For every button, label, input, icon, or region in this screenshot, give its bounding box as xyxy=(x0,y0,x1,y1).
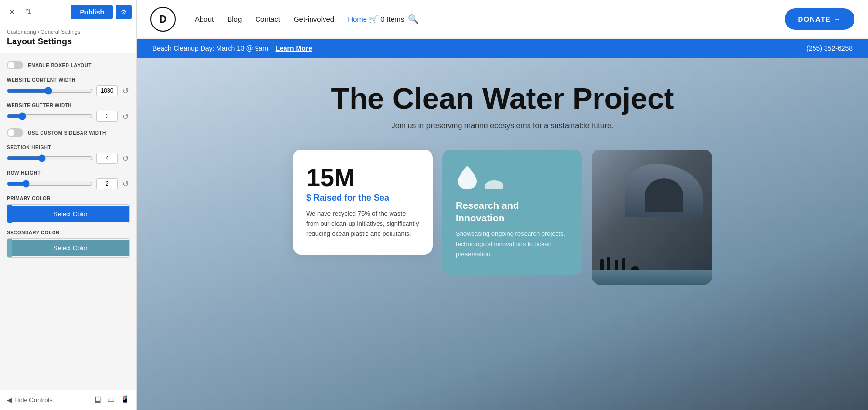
cart-count: 0 Items xyxy=(380,15,404,23)
nav-home[interactable]: Home xyxy=(348,15,367,23)
hero-subtitle: Join us in preserving marine ecosystems … xyxy=(392,122,614,130)
use-custom-sidebar-row: USE CUSTOM SIDEBAR WIDTH xyxy=(7,128,130,137)
website-content-width-label: WEBSITE CONTENT WIDTH xyxy=(7,77,130,82)
section-height-section: SECTION HEIGHT 4 ↺ xyxy=(7,145,130,164)
close-icon[interactable]: ✕ xyxy=(5,5,18,19)
nav-contact[interactable]: Contact xyxy=(255,15,280,23)
chevron-left-icon: ◀ xyxy=(7,396,12,404)
card-photo xyxy=(592,150,712,285)
secondary-color-select-button[interactable]: Select Color xyxy=(12,240,129,256)
breadcrumb: Customizing › General Settings xyxy=(7,29,130,35)
banner-phone: (255) 352-6258 xyxy=(806,44,853,52)
row-height-reset[interactable]: ↺ xyxy=(122,179,130,189)
section-height-value[interactable]: 4 xyxy=(96,153,118,164)
panel-title: Layout Settings xyxy=(7,35,130,51)
use-custom-sidebar-toggle[interactable] xyxy=(7,128,23,137)
site-nav: D About Blog Contact Get-involved Home 🛒… xyxy=(137,0,868,39)
card-number: 15M xyxy=(306,165,419,190)
top-bar: ✕ ⇅ Publish ⚙ xyxy=(0,0,136,24)
website-gutter-width-label: WEBSITE GUTTER WIDTH xyxy=(7,103,130,108)
breadcrumb-area: Customizing › General Settings Layout Se… xyxy=(0,24,136,53)
website-content-width-value[interactable]: 1080 xyxy=(96,85,118,96)
website-gutter-width-section: WEBSITE GUTTER WIDTH 3 ↺ xyxy=(7,103,130,122)
cards-row: 15M $ Raised for the Sea We have recycle… xyxy=(137,150,868,285)
device-icons: 🖥 ▭ 📱 xyxy=(93,395,130,405)
nav-cart[interactable]: 🛒 0 Items xyxy=(369,15,404,24)
website-content-width-row: 1080 ↺ xyxy=(7,85,130,96)
primary-color-label: PRIMARY COLOR xyxy=(7,196,130,201)
section-height-slider[interactable] xyxy=(7,154,93,162)
card-research: Research and Innovation Showcasing ongoi… xyxy=(442,150,582,274)
hero-title: The Clean Water Project xyxy=(331,82,674,115)
nav-blog[interactable]: Blog xyxy=(227,15,242,23)
website-content-width-reset[interactable]: ↺ xyxy=(122,86,130,96)
hide-controls-label: Hide Controls xyxy=(14,396,53,404)
publish-button[interactable]: Publish xyxy=(71,5,113,19)
mobile-icon[interactable]: 📱 xyxy=(121,395,130,405)
left-panel: ✕ ⇅ Publish ⚙ Customizing › General Sett… xyxy=(0,0,137,410)
row-height-row: 2 ↺ xyxy=(7,178,130,189)
primary-color-select-button[interactable]: Select Color xyxy=(12,206,129,222)
water-drop-icon xyxy=(456,165,569,194)
primary-color-section: PRIMARY COLOR Select Color xyxy=(7,196,130,223)
banner-text: Beach Cleanup Day: March 13 @ 9am – Lear… xyxy=(152,44,312,52)
secondary-color-swatch xyxy=(7,239,12,257)
card-desc: We have recycled 75% of the waste from o… xyxy=(306,209,419,239)
row-height-section: ROW HEIGHT 2 ↺ xyxy=(7,170,130,189)
nav-get-involved[interactable]: Get-involved xyxy=(294,15,334,23)
panel-content: ENABLE BOXED LAYOUT WEBSITE CONTENT WIDT… xyxy=(0,53,136,390)
cart-icon: 🛒 xyxy=(369,15,378,24)
site-hero: The Clean Water Project Join us in prese… xyxy=(137,58,868,410)
primary-color-swatch xyxy=(7,205,12,223)
enable-boxed-layout-row: ENABLE BOXED LAYOUT xyxy=(7,61,130,69)
website-gutter-width-reset[interactable]: ↺ xyxy=(122,112,130,121)
logo-circle: D xyxy=(150,7,176,32)
card-research-desc: Showcasing ongoing research projects, te… xyxy=(456,229,569,259)
site-banner: Beach Cleanup Day: March 13 @ 9am – Lear… xyxy=(137,39,868,58)
reorder-icon[interactable]: ⇅ xyxy=(21,5,35,19)
section-height-label: SECTION HEIGHT xyxy=(7,145,130,150)
bottom-bar: ◀ Hide Controls 🖥 ▭ 📱 xyxy=(0,390,136,410)
website-gutter-width-value[interactable]: 3 xyxy=(96,111,118,122)
enable-boxed-layout-toggle[interactable] xyxy=(7,61,23,69)
card-raised: $ Raised for the Sea xyxy=(306,193,419,203)
row-height-value[interactable]: 2 xyxy=(96,178,118,189)
site-logo: D xyxy=(150,7,176,32)
donate-button[interactable]: DONATE → xyxy=(785,8,854,30)
search-icon[interactable]: 🔍 xyxy=(408,14,419,25)
desktop-icon[interactable]: 🖥 xyxy=(93,395,102,405)
hide-controls-button[interactable]: ◀ Hide Controls xyxy=(7,396,53,404)
photo-overlay xyxy=(592,150,712,285)
settings-button[interactable]: ⚙ xyxy=(116,5,132,19)
nav-links: About Blog Contact Get-involved Home xyxy=(195,15,367,23)
row-height-label: ROW HEIGHT xyxy=(7,170,130,176)
section-height-row: 4 ↺ xyxy=(7,153,130,164)
secondary-color-section: SECONDARY COLOR Select Color xyxy=(7,230,130,258)
use-custom-sidebar-label: USE CUSTOM SIDEBAR WIDTH xyxy=(28,130,106,136)
website-gutter-width-row: 3 ↺ xyxy=(7,111,130,122)
website-gutter-width-slider[interactable] xyxy=(7,112,93,120)
banner-link[interactable]: Learn More xyxy=(275,44,312,52)
card-stats: 15M $ Raised for the Sea We have recycle… xyxy=(293,150,433,254)
secondary-color-wrap: Select Color xyxy=(7,238,130,258)
card-research-heading: Research and Innovation xyxy=(456,199,569,224)
section-height-reset[interactable]: ↺ xyxy=(122,154,130,163)
nav-about[interactable]: About xyxy=(195,15,214,23)
row-height-slider[interactable] xyxy=(7,180,93,188)
website-content-width-slider[interactable] xyxy=(7,87,93,95)
secondary-color-label: SECONDARY COLOR xyxy=(7,230,130,235)
enable-boxed-layout-label: ENABLE BOXED LAYOUT xyxy=(28,63,92,68)
right-panel: D About Blog Contact Get-involved Home 🛒… xyxy=(137,0,868,410)
primary-color-wrap: Select Color xyxy=(7,204,130,223)
tablet-icon[interactable]: ▭ xyxy=(108,395,115,405)
website-content-width-section: WEBSITE CONTENT WIDTH 1080 ↺ xyxy=(7,77,130,96)
